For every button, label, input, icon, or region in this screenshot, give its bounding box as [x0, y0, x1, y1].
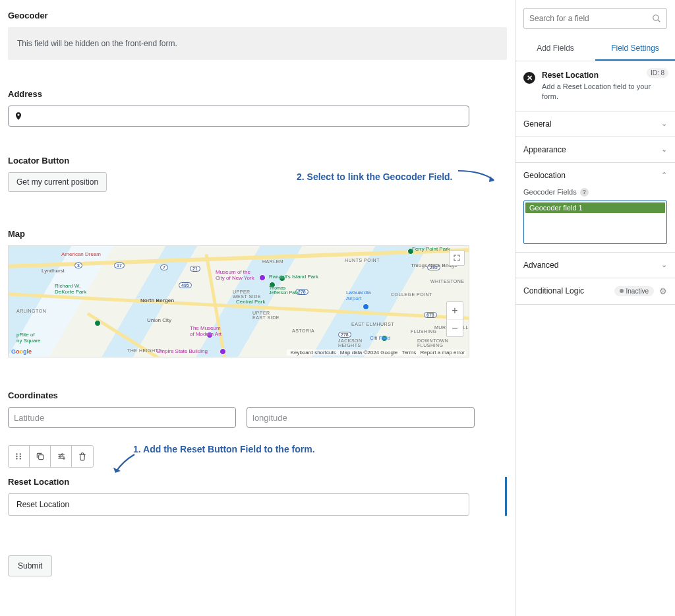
hood-college: COLLEGE POINT	[391, 292, 432, 297]
section-advanced[interactable]: Advanced ⌄	[515, 253, 675, 278]
map-pin-icon	[14, 111, 23, 121]
longitude-input[interactable]: longitude	[247, 407, 475, 428]
address-text-field[interactable]	[27, 111, 463, 121]
fullscreen-icon	[453, 254, 461, 262]
svg-point-8	[59, 456, 61, 457]
section-geolocation[interactable]: Geolocation ⌃	[515, 163, 675, 188]
search-field-input[interactable]	[523, 8, 667, 29]
tab-field-settings[interactable]: Field Settings	[595, 37, 675, 61]
route-495-badge: 495	[179, 282, 192, 288]
chevron-down-icon: ⌄	[661, 261, 667, 269]
geocoder-fields-select[interactable]: Geocoder field 1	[523, 200, 667, 244]
route-21-badge: 21	[190, 266, 200, 272]
svg-point-10	[653, 15, 659, 20]
conditional-logic-label: Conditional Logic	[523, 286, 584, 295]
hood-harlem: HARLEM	[262, 259, 283, 264]
svg-point-7	[61, 454, 63, 455]
search-text-field[interactable]	[529, 14, 652, 23]
poi-airport-icon	[363, 303, 369, 310]
delete-button[interactable]	[72, 446, 93, 467]
svg-point-4	[19, 456, 20, 457]
geocoder-hidden-notice: This field will be hidden on the front-e…	[8, 27, 507, 60]
route-3-badge: 3	[74, 262, 82, 268]
gear-icon[interactable]: ⚙	[659, 286, 667, 296]
map-attribution: Keyboard shortcuts Map data ©2024 Google…	[287, 350, 466, 355]
tab-add-fields[interactable]: Add Fields	[515, 37, 595, 61]
section-general[interactable]: General ⌄	[515, 111, 675, 137]
field-type-icon: ✕	[523, 72, 535, 84]
route-278b-badge: 278	[338, 332, 351, 338]
poi-empire-icon	[220, 348, 226, 355]
hood-uws: UPPER WEST SIDE	[233, 290, 261, 299]
section-geolocation-label: Geolocation	[523, 171, 566, 180]
reset-location-label: Reset Location	[8, 477, 501, 487]
reset-location-row[interactable]: Reset Location	[8, 493, 469, 516]
place-dekorte: Richard W. DeKorte Park	[55, 283, 86, 295]
section-advanced-label: Advanced	[523, 261, 558, 270]
field-description: Add a Reset Location field to your form.	[542, 82, 667, 102]
duplicate-button[interactable]	[30, 446, 51, 467]
svg-rect-6	[38, 455, 43, 460]
hood-jackson: JACKSON HEIGHTS	[338, 338, 363, 348]
google-logo: Google	[11, 348, 32, 355]
route-678-badge: 678	[424, 312, 437, 318]
hood-arlington: ARLINGTON	[16, 309, 46, 313]
map-report-link[interactable]: Report a map error	[420, 350, 465, 355]
chevron-up-icon: ⌃	[661, 171, 667, 179]
field-id-badge: ID: 8	[647, 68, 668, 78]
place-randalls: Randall's Island Park	[269, 274, 318, 280]
hood-hunts: HUNTS POINT	[345, 258, 380, 262]
svg-point-3	[19, 453, 20, 454]
geocoder-field-option[interactable]: Geocoder field 1	[525, 202, 665, 213]
drag-icon	[15, 452, 24, 461]
place-prite: pRite of ny Square	[16, 332, 40, 344]
field-toolbar	[8, 445, 94, 468]
locator-label: Locator Button	[8, 156, 507, 166]
hood-flushing: FLUSHING	[411, 329, 436, 334]
poi-park-icon	[94, 320, 101, 326]
drag-handle-button[interactable]	[9, 446, 30, 467]
place-empire: Empire State Building	[157, 348, 208, 354]
hood-astoria: ASTORIA	[292, 328, 314, 333]
section-appearance[interactable]: Appearance ⌄	[515, 137, 675, 162]
svg-point-0	[16, 453, 17, 454]
svg-point-9	[63, 458, 64, 459]
map-terms-link[interactable]: Terms	[401, 350, 416, 355]
annotation-step1: 1. Add the Reset Button Field to the for…	[133, 444, 315, 454]
submit-button[interactable]: Submit	[8, 555, 52, 576]
map-label: Map	[8, 229, 507, 239]
svg-point-1	[16, 456, 17, 457]
section-appearance-label: Appearance	[523, 145, 566, 154]
place-north-bergen: North Bergen	[140, 297, 174, 303]
place-lyndhurst: Lyndhurst	[42, 268, 65, 274]
settings-button[interactable]	[51, 446, 72, 467]
hood-ues: UPPER EAST SIDE	[252, 311, 279, 320]
map-shortcuts-link[interactable]: Keyboard shortcuts	[291, 350, 336, 355]
place-american-dream: American Dream	[61, 251, 101, 257]
hood-downtown-flushing: DOWNTOWN FLUSHING	[417, 338, 448, 348]
map-zoom-control: + −	[446, 301, 463, 337]
chevron-down-icon: ⌄	[661, 119, 667, 128]
conditional-status-badge: Inactive	[614, 286, 654, 296]
help-icon[interactable]: ?	[580, 188, 589, 197]
hood-elmhurst: EAST ELMHURST	[351, 322, 394, 326]
address-label: Address	[8, 89, 507, 99]
map-data-text: Map data ©2024 Google	[340, 350, 397, 355]
place-jefferson: Thomas Jefferson Park	[269, 286, 299, 295]
sliders-icon	[57, 452, 66, 461]
route-7-badge: 7	[160, 264, 168, 270]
map-canvas[interactable]: 3 17 7 21 495 278 278 295 678 American D…	[8, 245, 469, 357]
duplicate-icon	[36, 452, 45, 461]
place-museum-ny: Museum of the City of New York	[216, 269, 254, 281]
zoom-out-button[interactable]: −	[447, 319, 463, 336]
coordinates-label: Coordinates	[8, 390, 507, 400]
zoom-in-button[interactable]: +	[447, 302, 463, 319]
map-fullscreen-button[interactable]	[449, 250, 465, 266]
place-central-park: Central Park	[236, 299, 265, 305]
geocoder-fields-label: Geocoder Fields	[523, 188, 577, 196]
latitude-input[interactable]: Latitude	[8, 407, 236, 428]
address-input[interactable]	[8, 106, 469, 127]
get-position-button[interactable]: Get my current position	[8, 172, 107, 192]
place-citi: Citi Field	[370, 335, 390, 341]
poi-museum-icon	[259, 274, 266, 281]
